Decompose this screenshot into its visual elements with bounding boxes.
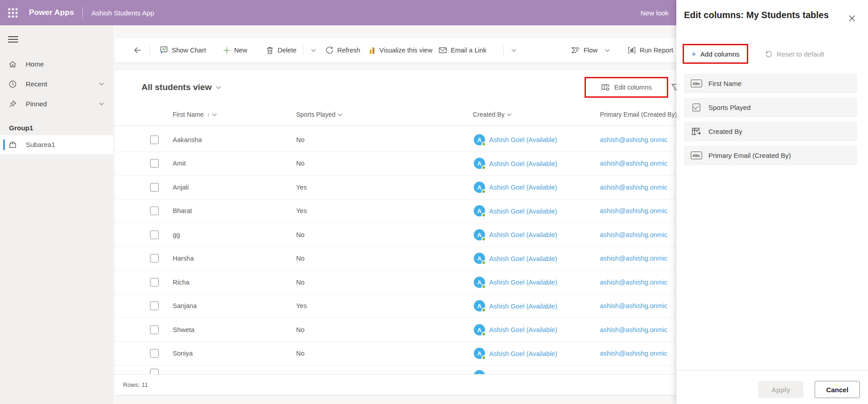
cell-created-by[interactable]: A Ashish Goel (Available) [474, 229, 557, 240]
edit-columns-icon [601, 83, 610, 92]
presence-available-icon [481, 213, 486, 218]
row-checkbox[interactable] [150, 207, 159, 215]
apply-button[interactable]: Apply [758, 381, 803, 398]
email-more-chevron[interactable] [512, 38, 515, 62]
new-look-label[interactable]: New look [641, 0, 669, 25]
row-checkbox[interactable] [150, 183, 159, 191]
new-button[interactable]: New [223, 38, 247, 62]
delete-button[interactable]: Delete [266, 38, 297, 62]
presence-available-icon [481, 332, 486, 336]
waffle-menu-icon[interactable] [0, 0, 25, 25]
cell-first-name[interactable]: Shweta [173, 326, 194, 333]
cell-primary-email[interactable]: ashish@ashishg.onmic [600, 326, 667, 333]
cell-first-name[interactable]: Anjali [173, 184, 189, 191]
visualize-view-button[interactable]: Visualize this view [368, 38, 432, 62]
run-report-button[interactable]: Run Report [627, 38, 673, 62]
cell-sports-played: No [296, 136, 305, 143]
row-checkbox[interactable] [150, 230, 159, 239]
flow-button[interactable]: Flow [571, 38, 609, 62]
app-brand[interactable]: Power Apps [29, 8, 74, 17]
cell-first-name[interactable]: Richa [173, 279, 189, 286]
bar-chart-icon [368, 47, 376, 54]
panel-column-item[interactable]: Abc First Name [684, 74, 857, 93]
cell-sports-played: No [296, 231, 305, 238]
panel-column-item[interactable]: Abc Primary Email (Created By) [684, 146, 857, 165]
cell-primary-email[interactable]: ashish@ashishg.onmic [600, 160, 667, 167]
avatar: A [474, 134, 485, 145]
sidebar-item-home[interactable]: Home [0, 54, 113, 74]
hamburger-menu-icon[interactable] [8, 36, 18, 43]
show-chart-button[interactable]: Show Chart [159, 38, 206, 62]
email-link-button[interactable]: Email a Link [439, 38, 486, 62]
row-checkbox[interactable] [150, 349, 159, 358]
avatar: A [474, 324, 485, 335]
cell-first-name[interactable]: Aakansha [173, 136, 202, 143]
edit-columns-panel: Edit columns: My Students tables + Add c… [676, 0, 868, 404]
row-checkbox[interactable] [150, 278, 159, 286]
cell-first-name[interactable]: gg [173, 231, 180, 238]
panel-column-item[interactable]: Abc Sports Played [684, 98, 857, 117]
edit-columns-button[interactable]: Edit columns [585, 77, 668, 98]
row-checkbox[interactable] [150, 325, 159, 334]
cell-created-by[interactable]: A Ashish Goel (Available) [474, 158, 557, 169]
refresh-button[interactable]: Refresh [326, 38, 360, 62]
sidebar-item-pinned[interactable]: Pinned [0, 94, 113, 114]
cell-sports-played: Yes [296, 302, 307, 309]
cell-first-name[interactable]: Soniya [173, 350, 193, 357]
sidebar-item-subarea1[interactable]: Subarea1 [0, 135, 113, 154]
back-button[interactable] [133, 38, 142, 62]
cell-created-by[interactable]: A Ashish Goel (Available) [474, 134, 557, 145]
panel-title: Edit columns: My Students tables [684, 9, 833, 21]
cell-primary-email[interactable]: ashish@ashishg.onmic [600, 255, 667, 262]
cell-primary-email[interactable]: ashish@ashishg.onmic [600, 207, 667, 214]
column-header-primary-email[interactable]: Primary Email (Created By) [600, 111, 677, 118]
reset-to-default-button[interactable]: Reset to default [765, 44, 824, 64]
column-header-created-by[interactable]: Created By [473, 111, 511, 118]
cell-primary-email[interactable]: ashish@ashishg.onmic [600, 302, 667, 309]
cell-primary-email[interactable]: ashish@ashishg.onmic [600, 279, 667, 286]
row-checkbox[interactable] [150, 159, 159, 168]
view-selector[interactable]: All students view [142, 77, 220, 98]
add-columns-button[interactable]: + Add columns [683, 44, 748, 64]
app-title: Ashish Students App [92, 9, 154, 17]
close-icon[interactable] [844, 11, 859, 25]
cell-primary-email[interactable]: ashish@ashishg.onmic [600, 231, 667, 238]
cell-sports-played: Yes [296, 207, 307, 214]
presence-available-icon [481, 237, 486, 241]
cell-created-by[interactable]: A Ashish Goel (Available) [474, 205, 557, 217]
cell-created-by[interactable]: A Ashish Goel (Available) [474, 276, 557, 288]
cancel-button[interactable]: Cancel [815, 381, 860, 398]
panel-column-item[interactable]: Abc Created By [684, 122, 857, 141]
cell-created-by[interactable]: A Ashish Goel (Available) [474, 324, 557, 335]
row-checkbox[interactable] [150, 369, 159, 374]
cell-sports-played: No [296, 255, 305, 262]
cell-primary-email[interactable]: ashish@ashishg.onmic [600, 136, 667, 143]
cell-first-name[interactable]: Bharat [173, 207, 192, 214]
cell-created-by[interactable]: A Ashish Goel (Available) [474, 300, 557, 312]
panel-column-list: Abc First Name Abc Sports Played [684, 74, 857, 165]
cell-first-name[interactable]: Amit [173, 160, 186, 167]
cell-created-by[interactable]: A Ashish Goel (Available) [474, 348, 557, 359]
cell-created-by[interactable]: A Ashish Goel (Available) [474, 181, 557, 193]
chevron-down-icon[interactable] [99, 81, 104, 86]
column-header-first-name[interactable]: First Name [173, 111, 216, 118]
row-checkbox[interactable] [150, 302, 159, 310]
column-header-sports-played[interactable]: Sports Played [296, 111, 342, 118]
cell-first-name[interactable]: Sanjana [173, 302, 197, 309]
sidebar-item-recent[interactable]: Recent [0, 74, 113, 94]
cell-created-by[interactable]: A Ashish Goel (Available) [474, 253, 557, 264]
chevron-down-icon[interactable] [99, 101, 104, 105]
cell-first-name[interactable]: Harsha [173, 255, 194, 262]
row-count: Rows: 11 [123, 381, 148, 388]
delete-more-chevron[interactable] [312, 38, 315, 62]
trash-icon [266, 46, 274, 55]
row-checkbox[interactable] [150, 135, 159, 144]
cell-sports-played: No [296, 279, 305, 286]
cell-primary-email[interactable]: ashish@ashishg.onmic [600, 350, 667, 357]
sidebar-group-label: Group1 [9, 124, 113, 132]
clock-icon [8, 80, 17, 89]
cell-primary-email[interactable]: ashish@ashishg.onmic [600, 184, 667, 191]
flow-chevron[interactable] [605, 47, 609, 52]
row-checkbox[interactable] [150, 254, 159, 263]
sort-ascending-icon [207, 111, 210, 118]
